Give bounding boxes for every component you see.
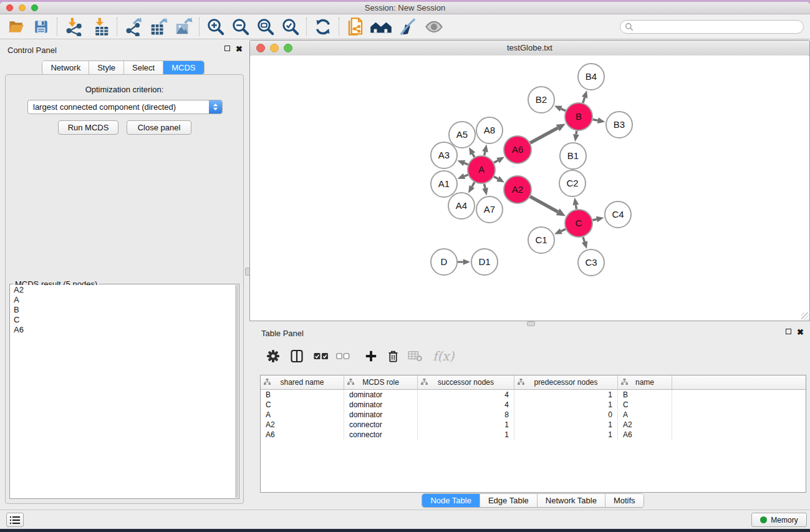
graph-node-B2[interactable]: B2: [528, 87, 554, 113]
create-column-button[interactable]: [365, 350, 377, 362]
memory-button[interactable]: Memory: [751, 513, 807, 527]
graph-node-D[interactable]: D: [431, 249, 457, 275]
open-session-button[interactable]: [6, 17, 26, 37]
table-cell[interactable]: 1: [514, 430, 618, 440]
show-columns-button[interactable]: [290, 349, 304, 363]
table-cell[interactable]: dominator: [344, 400, 418, 410]
edge-B-B2[interactable]: [561, 109, 566, 110]
table-cell[interactable]: A2: [618, 420, 672, 430]
zoom-selected-button[interactable]: [281, 17, 301, 37]
run-mcds-button[interactable]: Run MCDS: [58, 120, 118, 135]
graph-node-A2[interactable]: A2: [504, 176, 531, 203]
table-cell[interactable]: 1: [514, 400, 618, 410]
result-item[interactable]: C: [11, 315, 235, 325]
zoom-in-button[interactable]: [206, 17, 226, 37]
table-row[interactable]: Cdominator41C: [261, 400, 806, 410]
result-item[interactable]: A: [11, 295, 235, 305]
search-input[interactable]: [634, 22, 803, 32]
edge-A-A1[interactable]: [465, 175, 468, 176]
table-panel-float-icon[interactable]: [786, 329, 791, 334]
tab-node-table[interactable]: Node Table: [422, 494, 480, 507]
graph-node-C[interactable]: C: [565, 210, 592, 237]
result-item[interactable]: A6: [11, 325, 235, 335]
export-image-button[interactable]: [173, 17, 193, 37]
table-cell[interactable]: A: [261, 410, 344, 420]
graph-node-A1[interactable]: A1: [431, 171, 457, 197]
window-resize-grip[interactable]: [801, 312, 809, 320]
horizontal-splitter-handle[interactable]: [527, 321, 535, 326]
table-cell[interactable]: B: [618, 390, 672, 400]
select-all-button[interactable]: [314, 352, 329, 360]
table-cell[interactable]: A2: [261, 420, 344, 430]
table-row[interactable]: Adominator80A: [261, 410, 806, 420]
table-row[interactable]: A2connector11A2: [261, 420, 806, 430]
graph-node-A[interactable]: A: [468, 156, 495, 183]
home-button[interactable]: [369, 17, 393, 37]
control-panel-float-icon[interactable]: [224, 46, 230, 51]
tab-network[interactable]: Network: [42, 61, 89, 74]
table-cell[interactable]: 4: [418, 390, 514, 400]
graph-node-A3[interactable]: A3: [431, 142, 457, 168]
refresh-button[interactable]: [313, 17, 333, 37]
control-panel-close-icon[interactable]: ✖: [236, 46, 243, 52]
graph-node-A4[interactable]: A4: [448, 193, 475, 219]
zoom-fit-button[interactable]: [256, 17, 276, 37]
network-from-file-button[interactable]: [345, 17, 365, 37]
table-cell[interactable]: 8: [418, 410, 514, 420]
network-canvas[interactable]: B4B2BB3A8A5A6A3B1AC2A1A2A4A7C4CC1C3DD1: [251, 56, 809, 320]
network-window-titlebar[interactable]: testGlobe.txt: [250, 41, 809, 56]
graph-node-B3[interactable]: B3: [606, 112, 632, 138]
zoom-out-button[interactable]: [231, 17, 251, 37]
graph-node-C3[interactable]: C3: [578, 249, 604, 276]
show-details-button[interactable]: [424, 17, 444, 37]
table-cell[interactable]: 4: [418, 400, 514, 410]
save-session-button[interactable]: [31, 17, 51, 37]
close-panel-button[interactable]: Close panel: [127, 120, 191, 135]
mcds-result-scrollbar[interactable]: [235, 285, 238, 498]
edge-C-C2[interactable]: [576, 205, 576, 209]
table-panel-close-icon[interactable]: ✖: [797, 329, 804, 336]
result-item[interactable]: B: [11, 305, 235, 315]
hide-annotations-button[interactable]: [398, 17, 418, 37]
table-settings-button[interactable]: [266, 349, 280, 363]
table-cell[interactable]: 1: [418, 430, 514, 440]
column-header-shared-name[interactable]: shared name: [261, 375, 344, 389]
edge-B-B4[interactable]: [583, 97, 585, 103]
table-row[interactable]: Bdominator41B: [261, 390, 806, 400]
tab-style[interactable]: Style: [89, 61, 123, 74]
table-cell[interactable]: connector: [344, 430, 418, 440]
graph-node-C4[interactable]: C4: [605, 201, 631, 228]
import-table-button[interactable]: [91, 17, 111, 37]
graph-node-B4[interactable]: B4: [578, 64, 604, 90]
delete-table-button[interactable]: [408, 350, 423, 362]
import-network-button[interactable]: [64, 17, 84, 37]
graph-node-B1[interactable]: B1: [560, 143, 586, 169]
table-cell[interactable]: A6: [261, 430, 344, 440]
export-table-button[interactable]: [148, 17, 168, 37]
tab-edge-table[interactable]: Edge Table: [480, 494, 537, 507]
criterion-dropdown[interactable]: largest connected component (directed): [27, 100, 223, 114]
deselect-all-button[interactable]: [336, 352, 350, 360]
tab-motifs[interactable]: Motifs: [605, 494, 644, 507]
graph-node-D1[interactable]: D1: [471, 249, 498, 275]
graph-node-A6[interactable]: A6: [504, 136, 531, 163]
edge-A-A2[interactable]: [494, 177, 498, 179]
edge-B-B3[interactable]: [593, 120, 598, 121]
column-header-mcds-role[interactable]: MCDS role: [344, 375, 418, 389]
column-header-predecessor-nodes[interactable]: predecessor nodes: [514, 375, 618, 389]
graph-node-C1[interactable]: C1: [528, 227, 554, 253]
table-cell[interactable]: C: [618, 400, 672, 410]
table-cell[interactable]: A: [618, 410, 672, 420]
table-cell[interactable]: 0: [514, 410, 618, 420]
function-builder-button[interactable]: f(x): [433, 349, 454, 364]
table-row[interactable]: A6connector11A6: [261, 430, 806, 440]
tab-mcds[interactable]: MCDS: [163, 61, 203, 74]
table-cell[interactable]: connector: [344, 420, 418, 430]
graph-node-B[interactable]: B: [565, 103, 592, 130]
edge-A-A4[interactable]: [472, 182, 475, 186]
graph-node-A8[interactable]: A8: [476, 117, 503, 143]
table-cell[interactable]: 1: [418, 420, 514, 430]
edge-A2-C[interactable]: [530, 196, 558, 212]
edge-A-A6[interactable]: [494, 160, 498, 163]
edge-A-A5[interactable]: [473, 153, 475, 157]
